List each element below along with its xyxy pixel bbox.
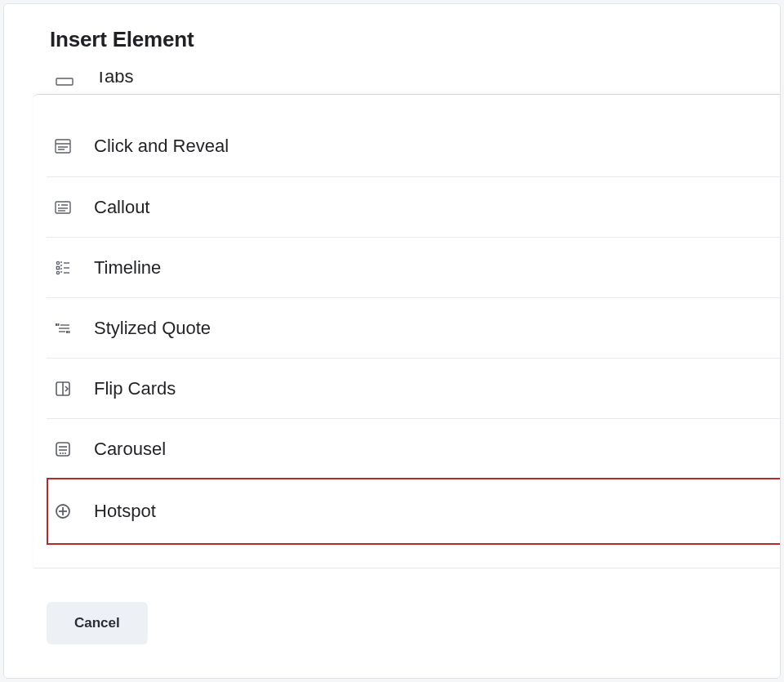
list-item-label: Hotspot: [94, 501, 156, 522]
svg-rect-5: [56, 202, 70, 213]
click-reveal-icon: [53, 136, 73, 156]
carousel-icon: [53, 439, 73, 459]
list-item-carousel[interactable]: Carousel: [47, 418, 780, 479]
list-item-label: Carousel: [94, 439, 166, 460]
timeline-icon: [53, 258, 73, 278]
insert-element-modal: Insert Element Tabs Click and Rev: [3, 3, 781, 679]
modal-header: Insert Element: [4, 4, 780, 72]
svg-point-11: [56, 271, 59, 274]
element-list: Click and Reveal Callout: [47, 116, 780, 568]
callout-icon: [53, 198, 73, 217]
cancel-button[interactable]: Cancel: [47, 602, 148, 644]
list-item-hotspot[interactable]: Hotspot: [47, 478, 780, 545]
svg-rect-1: [56, 140, 70, 153]
svg-point-25: [60, 452, 61, 454]
list-item-stylized-quote[interactable]: Stylized Quote: [47, 297, 780, 358]
svg-point-10: [56, 261, 59, 264]
list-item-callout[interactable]: Callout: [47, 176, 780, 237]
svg-rect-0: [56, 78, 73, 85]
list-item-label: Flip Cards: [94, 378, 176, 399]
list-item-timeline[interactable]: Timeline: [47, 237, 780, 297]
list-item-tabs[interactable]: Tabs: [48, 66, 780, 123]
svg-point-26: [62, 452, 64, 454]
list-item-label: Stylized Quote: [94, 318, 211, 339]
list-item-click-reveal[interactable]: Click and Reveal: [47, 116, 780, 176]
list-item-flip-cards[interactable]: Flip Cards: [47, 358, 780, 418]
element-list-panel: Click and Reveal Callout: [33, 94, 780, 568]
modal-title: Insert Element: [50, 27, 734, 52]
svg-rect-12: [56, 266, 59, 269]
modal-footer: Cancel: [4, 568, 780, 678]
flip-cards-icon: [53, 379, 73, 399]
svg-point-6: [58, 204, 60, 206]
list-item-label: Click and Reveal: [94, 136, 229, 157]
svg-point-27: [65, 452, 66, 454]
quote-icon: [53, 319, 73, 338]
list-item-label: Callout: [94, 197, 149, 218]
hotspot-icon: [53, 501, 73, 521]
list-item-label: Timeline: [94, 257, 161, 279]
